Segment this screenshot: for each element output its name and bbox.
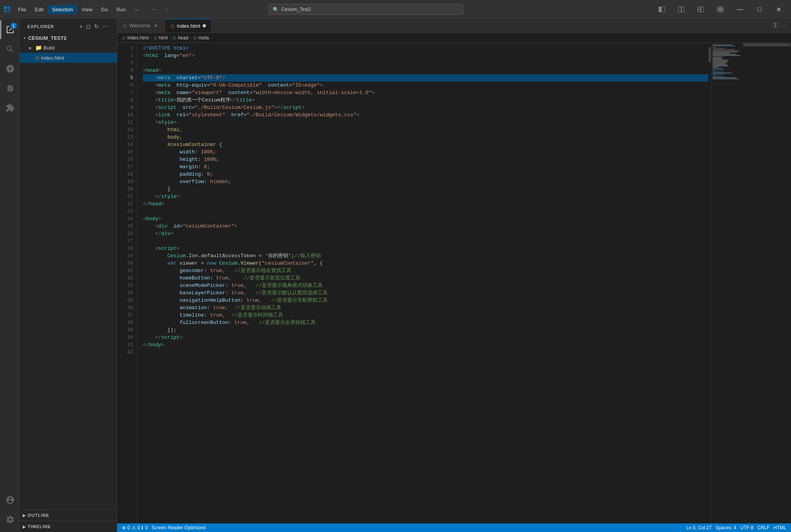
status-reader[interactable]: Screen Reader Optimized — [150, 525, 207, 530]
sidebar-header-actions: + ◻ ↻ ··· — [79, 23, 109, 30]
more-actions-btn[interactable]: ··· — [781, 21, 788, 30]
status-language[interactable]: HTML — [772, 525, 788, 530]
line-ending-text: CRLF — [757, 525, 770, 530]
breadcrumb-meta[interactable]: meta — [198, 35, 209, 41]
menu-more[interactable]: ··· — [130, 5, 143, 14]
status-position[interactable]: Ln 5, Col 27 — [685, 525, 713, 530]
activity-bar: 1 — [0, 19, 20, 532]
activity-badge: 1 — [11, 23, 17, 29]
activity-run-debug[interactable] — [0, 79, 19, 98]
scroll-indicator[interactable] — [708, 43, 711, 523]
sidebar-toggle[interactable] — [653, 3, 671, 16]
status-line-ending[interactable]: CRLF — [756, 525, 771, 530]
maximize-btn[interactable]: □ — [750, 3, 768, 16]
project-root[interactable]: ▼ CESIUM_TEST2 — [20, 34, 117, 43]
position-text: Ln 5, Col 27 — [686, 525, 712, 530]
window-controls: — □ ✕ — [653, 3, 788, 16]
info-count: 0 — [145, 525, 148, 530]
svg-rect-15 — [773, 22, 775, 28]
breadcrumb-meta-icon: ◇ — [193, 35, 197, 41]
svg-rect-13 — [717, 10, 720, 12]
tab-modified-dot — [203, 24, 206, 27]
activity-extensions[interactable] — [0, 98, 19, 117]
new-file-btn[interactable]: + — [79, 23, 84, 30]
sidebar-header: EXPLORER + ◻ ↻ ··· — [20, 19, 117, 34]
error-icon: ⊗ — [122, 525, 126, 530]
minimize-btn[interactable]: — — [731, 3, 749, 16]
folder-label: Build — [43, 45, 55, 51]
search-bar[interactable]: 🔍 Cesium_Test2 — [268, 4, 464, 15]
editor-layout[interactable] — [672, 3, 690, 16]
nav-arrows: ← → — [149, 4, 172, 15]
breadcrumb-file[interactable]: index.html — [127, 35, 149, 41]
menu-go[interactable]: Go — [97, 5, 112, 14]
split-editor-btn[interactable] — [771, 21, 779, 30]
status-right: Ln 5, Col 27 Spaces: 4 UTF-8 CRLF HTML — [685, 525, 788, 530]
breadcrumb: ◇ index.html › ◇ html › ◇ head › ◇ meta — [117, 33, 791, 43]
svg-rect-5 — [661, 7, 665, 12]
tab-index-label: index.html — [177, 23, 200, 29]
status-spaces[interactable]: Spaces: 4 — [714, 525, 738, 530]
svg-rect-16 — [776, 22, 778, 28]
menu-file[interactable]: File — [14, 5, 30, 14]
tab-welcome-close[interactable]: ✕ — [153, 23, 159, 29]
breadcrumb-html-icon: ◇ — [154, 35, 157, 41]
close-btn[interactable]: ✕ — [770, 3, 788, 16]
customize-layout[interactable] — [711, 3, 729, 16]
timeline-header[interactable]: ▶ TIMELINE — [20, 523, 117, 530]
svg-rect-11 — [717, 7, 720, 9]
editor-layout-2[interactable] — [692, 3, 710, 16]
outline-label: OUTLINE — [28, 513, 49, 518]
breadcrumb-head-icon: ◇ — [172, 35, 176, 41]
status-errors[interactable]: ⊗ 0 ⚠ 0 ℹ 0 — [120, 525, 149, 530]
minimap-content — [712, 43, 743, 81]
search-text: Cesium_Test2 — [281, 7, 311, 12]
status-encoding[interactable]: UTF-8 — [739, 525, 755, 530]
tab-welcome[interactable]: ◇ Welcome ✕ — [117, 19, 165, 32]
info-icon: ℹ — [141, 525, 143, 530]
editor-area[interactable]: 1234567891011121314151617181920212223242… — [117, 43, 743, 523]
breadcrumb-html[interactable]: html — [159, 35, 168, 41]
menu-edit[interactable]: Edit — [31, 5, 47, 14]
tree-item-build[interactable]: ▶ 📁 Build — [20, 43, 117, 53]
outline-header[interactable]: ▶ OUTLINE — [20, 511, 117, 519]
activity-source-control[interactable] — [0, 59, 19, 78]
app-icon — [3, 5, 11, 13]
activity-search[interactable] — [0, 40, 19, 59]
breadcrumb-head[interactable]: head — [178, 35, 188, 41]
svg-rect-0 — [4, 6, 7, 9]
tab-index[interactable]: ◇ index.html — [165, 19, 212, 32]
h-scroll-thumb — [743, 44, 790, 46]
svg-rect-4 — [659, 7, 661, 12]
statusbar: ⊗ 0 ⚠ 0 ℹ 0 Screen Reader Optimized Ln 5… — [117, 523, 791, 532]
svg-rect-12 — [721, 7, 723, 9]
tab-actions: ··· — [768, 19, 791, 32]
menu-selection[interactable]: Selection — [48, 5, 77, 14]
main-area: ◇ Welcome ✕ ◇ index.html ··· — [117, 19, 791, 532]
timeline-label: TIMELINE — [28, 524, 51, 529]
spaces-text: Spaces: 4 — [716, 525, 736, 530]
tree-item-index[interactable]: ◇ index.html — [20, 53, 117, 63]
titlebar: File Edit Selection View Go Run ··· ← → … — [0, 0, 791, 19]
menu-view[interactable]: View — [78, 5, 96, 14]
menu-run[interactable]: Run — [112, 5, 130, 14]
tab-welcome-icon: ◇ — [123, 23, 127, 29]
file-label: index.html — [41, 55, 64, 61]
warning-count: 0 — [137, 525, 140, 530]
menu-bar: File Edit Selection View Go Run ··· — [14, 5, 143, 14]
code-content[interactable]: <!DOCTYPE html><html lang="en"> <head> <… — [137, 43, 711, 523]
activity-settings[interactable] — [0, 510, 19, 529]
nav-back[interactable]: ← — [149, 4, 160, 15]
activity-account[interactable] — [0, 491, 19, 509]
nav-forward[interactable]: → — [161, 4, 172, 15]
line-numbers: 1234567891011121314151617181920212223242… — [117, 43, 137, 523]
error-count: 0 — [127, 525, 130, 530]
activity-explorer[interactable]: 1 — [0, 20, 19, 39]
new-folder-btn[interactable]: ◻ — [85, 23, 92, 30]
outline-arrow: ▶ — [23, 513, 26, 518]
horizontal-scrollbar[interactable] — [743, 43, 791, 47]
collapse-all-btn[interactable]: ··· — [102, 23, 109, 30]
encoding-text: UTF-8 — [740, 525, 754, 530]
refresh-btn[interactable]: ↻ — [93, 23, 100, 30]
minimap — [711, 43, 743, 523]
